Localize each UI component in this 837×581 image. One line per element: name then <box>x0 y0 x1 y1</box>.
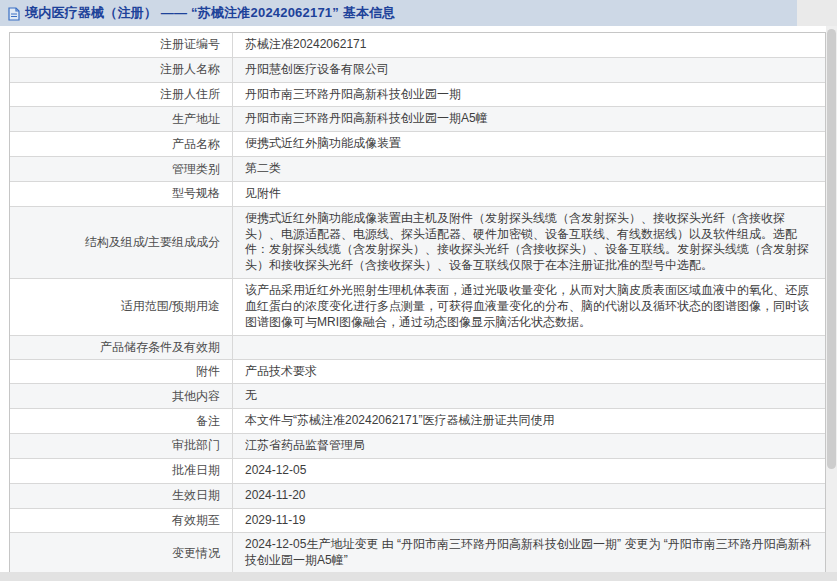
table-row-management-class: 管理类别 第二类 <box>10 157 825 182</box>
row-label: 注册人名称 <box>10 58 233 82</box>
row-label: 结构及组成/主要组成成分 <box>10 207 233 278</box>
row-value: 江苏省药品监督管理局 <box>233 434 825 458</box>
row-value: 2024-12-05生产地址变更 由 “丹阳市南三环路丹阳高新科技创业园一期” … <box>233 533 825 573</box>
table-row-product-name: 产品名称 便携式近红外脑功能成像装置 <box>10 132 825 157</box>
page-bottom-margin <box>0 572 837 581</box>
page: 境内医疗器械（注册） —— “苏械注准20242062171” 基本信息 注册证… <box>0 0 837 581</box>
row-value: 产品技术要求 <box>233 360 825 384</box>
page-title: 境内医疗器械（注册） —— “苏械注准20242062171” 基本信息 <box>25 4 396 22</box>
table-row-other-content: 其他内容 无 <box>10 384 825 409</box>
table-row-expiry-date: 有效期至 2029-11-19 <box>10 509 825 534</box>
document-icon <box>8 7 20 21</box>
row-value: 2024-11-20 <box>233 484 825 508</box>
table-row-reg-number: 注册证编号 苏械注准20242062171 <box>10 33 825 58</box>
table-row-attachment: 附件 产品技术要求 <box>10 360 825 385</box>
table-row-registrant-name: 注册人名称 丹阳慧创医疗设备有限公司 <box>10 58 825 83</box>
page-header: 境内医疗器械（注册） —— “苏械注准20242062171” 基本信息 <box>0 0 797 26</box>
table-row-intended-use: 适用范围/预期用途 该产品采用近红外光照射生理机体表面，通过光吸收量变化，从而对… <box>10 279 825 335</box>
row-label: 生产地址 <box>10 107 233 131</box>
row-label: 管理类别 <box>10 157 233 181</box>
row-label: 审批部门 <box>10 434 233 458</box>
row-label: 有效期至 <box>10 509 233 533</box>
row-label: 备注 <box>10 409 233 433</box>
row-value: 2029-11-19 <box>233 509 825 533</box>
row-label: 其他内容 <box>10 384 233 408</box>
table-row-composition: 结构及组成/主要组成成分 便携式近红外脑功能成像装置由主机及附件（发射探头线缆（… <box>10 207 825 279</box>
row-label: 批准日期 <box>10 459 233 483</box>
header-right-gap <box>797 0 837 26</box>
registration-info-table: 注册证编号 苏械注准20242062171 注册人名称 丹阳慧创医疗设备有限公司… <box>9 32 826 581</box>
scrollbar-thumb[interactable] <box>827 29 836 469</box>
row-value: 本文件与“苏械注准20242062171”医疗器械注册证共同使用 <box>233 409 825 433</box>
row-value: 丹阳慧创医疗设备有限公司 <box>233 58 825 82</box>
row-label: 适用范围/预期用途 <box>10 279 233 334</box>
row-label: 产品储存条件及有效期 <box>10 336 233 359</box>
row-value: 便携式近红外脑功能成像装置由主机及附件（发射探头线缆（含发射探头）、接收探头光纤… <box>233 207 825 278</box>
vertical-scrollbar[interactable] <box>826 26 837 572</box>
row-value: 2024-12-05 <box>233 459 825 483</box>
table-row-remarks: 备注 本文件与“苏械注准20242062171”医疗器械注册证共同使用 <box>10 409 825 434</box>
table-row-approval-dept: 审批部门 江苏省药品监督管理局 <box>10 434 825 459</box>
table-row-effective-date: 生效日期 2024-11-20 <box>10 484 825 509</box>
row-value: 苏械注准20242062171 <box>233 33 825 57</box>
row-value: 丹阳市南三环路丹阳高新科技创业园一期 <box>233 83 825 107</box>
row-label: 变更情况 <box>10 533 233 573</box>
row-label: 产品名称 <box>10 132 233 156</box>
table-row-model-spec: 型号规格 见附件 <box>10 182 825 207</box>
row-label: 附件 <box>10 360 233 384</box>
table-row-registrant-address: 注册人住所 丹阳市南三环路丹阳高新科技创业园一期 <box>10 83 825 108</box>
row-label: 注册证编号 <box>10 33 233 57</box>
row-value: 丹阳市南三环路丹阳高新科技创业园一期A5幢 <box>233 107 825 131</box>
row-value: 无 <box>233 384 825 408</box>
table-row-storage: 产品储存条件及有效期 <box>10 336 825 360</box>
row-value: 便携式近红外脑功能成像装置 <box>233 132 825 156</box>
row-label: 注册人住所 <box>10 83 233 107</box>
row-value: 见附件 <box>233 182 825 206</box>
row-label: 型号规格 <box>10 182 233 206</box>
table-row-production-address: 生产地址 丹阳市南三环路丹阳高新科技创业园一期A5幢 <box>10 107 825 132</box>
row-value: 第二类 <box>233 157 825 181</box>
row-value <box>233 336 825 359</box>
row-value: 该产品采用近红外光照射生理机体表面，通过光吸收量变化，从而对大脑皮质表面区域血液… <box>233 279 825 334</box>
table-row-approval-date: 批准日期 2024-12-05 <box>10 459 825 484</box>
row-label: 生效日期 <box>10 484 233 508</box>
table-row-change-record: 变更情况 2024-12-05生产地址变更 由 “丹阳市南三环路丹阳高新科技创业… <box>10 533 825 574</box>
